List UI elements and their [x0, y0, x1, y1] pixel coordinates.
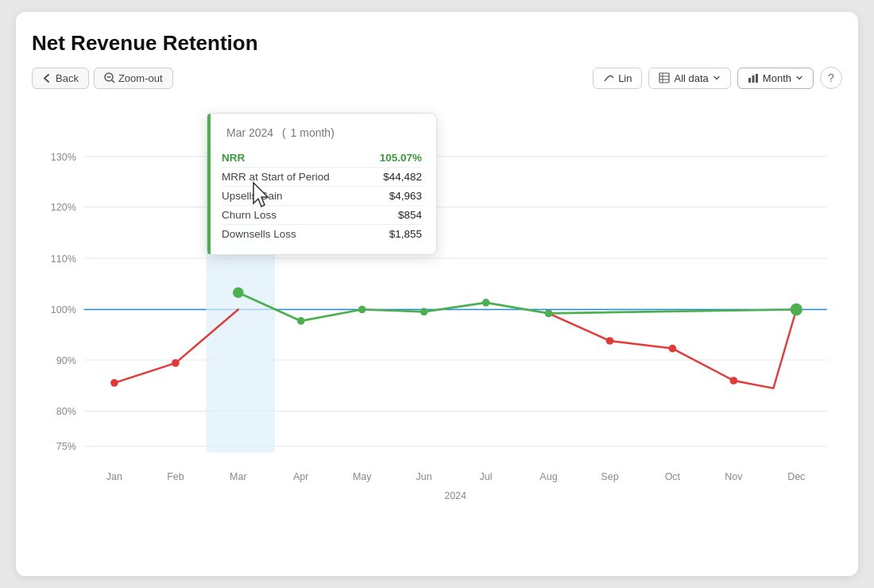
svg-point-49: [358, 306, 366, 314]
svg-rect-10: [748, 78, 751, 83]
toolbar: Back Zoom-out Lin: [32, 67, 842, 89]
tooltip-title: Mar 2024 (1 month): [222, 125, 422, 141]
svg-text:Dec: Dec: [787, 471, 805, 482]
svg-text:Apr: Apr: [293, 471, 308, 482]
svg-text:80%: 80%: [56, 406, 76, 417]
svg-rect-12: [756, 74, 758, 83]
chart-svg: 130% 120% 110% 100% 90% 80% 75% Jan Feb …: [32, 97, 842, 542]
lin-icon: [603, 72, 614, 83]
svg-text:90%: 90%: [56, 355, 76, 366]
month-chevron-icon: [795, 74, 803, 82]
svg-text:2024: 2024: [444, 490, 466, 501]
bar-chart-icon: [748, 72, 759, 83]
tooltip-period: (1 month): [282, 126, 335, 139]
all-data-button[interactable]: All data: [648, 68, 730, 89]
month-button[interactable]: Month: [737, 68, 814, 89]
back-icon: [42, 73, 52, 83]
svg-point-53: [791, 304, 802, 315]
svg-line-2: [112, 80, 114, 83]
chart-tooltip: Mar 2024 (1 month) NRR 105.07% MRR at St…: [207, 113, 437, 255]
svg-point-45: [669, 345, 677, 353]
svg-point-51: [482, 299, 490, 307]
svg-point-44: [606, 337, 614, 345]
svg-line-5: [611, 75, 613, 78]
svg-point-46: [730, 377, 738, 385]
tooltip-indicator: [207, 114, 211, 254]
table-icon: [659, 72, 670, 83]
svg-text:110%: 110%: [51, 253, 76, 265]
back-button[interactable]: Back: [32, 68, 89, 89]
svg-text:Jul: Jul: [480, 471, 493, 482]
svg-text:Sep: Sep: [601, 471, 618, 482]
svg-text:100%: 100%: [51, 304, 76, 315]
tooltip-downsells-row: Downsells Loss $1,855: [222, 225, 422, 243]
svg-text:May: May: [353, 471, 372, 482]
svg-point-52: [545, 309, 553, 317]
svg-text:120%: 120%: [51, 202, 76, 213]
svg-rect-11: [752, 75, 754, 83]
svg-text:Feb: Feb: [167, 471, 184, 482]
svg-text:Jun: Jun: [416, 471, 432, 482]
tooltip-upsells-row: Upsells Gain $4,963: [222, 187, 422, 206]
zoom-out-button[interactable]: Zoom-out: [94, 68, 173, 89]
svg-text:130%: 130%: [51, 152, 76, 163]
svg-text:Jan: Jan: [106, 471, 122, 482]
svg-point-41: [110, 379, 118, 387]
page-title: Net Revenue Retention: [32, 31, 842, 56]
tooltip-churn-row: Churn Loss $854: [222, 206, 422, 225]
tooltip-nrr-row: NRR 105.07%: [222, 149, 422, 168]
toolbar-right: Lin All data M: [593, 67, 842, 89]
all-data-chevron-icon: [713, 74, 721, 82]
svg-line-4: [608, 75, 611, 77]
chart-area: 130% 120% 110% 100% 90% 80% 75% Jan Feb …: [32, 97, 842, 542]
svg-text:75%: 75%: [56, 441, 76, 452]
svg-text:Mar: Mar: [230, 471, 247, 482]
svg-point-50: [420, 308, 428, 316]
svg-text:Aug: Aug: [539, 471, 557, 482]
help-button[interactable]: ?: [820, 67, 842, 89]
chart-card: Net Revenue Retention Back Zoom-out: [16, 12, 858, 576]
svg-rect-6: [659, 73, 669, 83]
lin-button[interactable]: Lin: [593, 68, 642, 89]
svg-text:Nov: Nov: [725, 471, 743, 482]
svg-point-47: [233, 288, 243, 298]
tooltip-mrr-row: MRR at Start of Period $44,482: [222, 168, 422, 187]
svg-text:Oct: Oct: [665, 471, 681, 482]
svg-line-3: [605, 77, 608, 81]
zoom-out-icon: [104, 72, 115, 83]
svg-point-42: [172, 359, 180, 367]
svg-point-48: [297, 317, 305, 325]
